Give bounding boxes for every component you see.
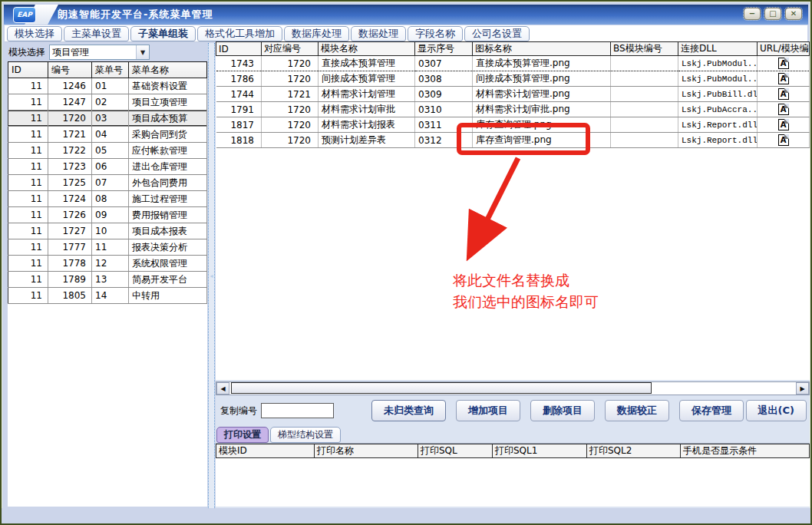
table-cell[interactable]: 间接成本预算管理 [319, 71, 415, 87]
table-cell[interactable]: 1805 [48, 288, 92, 304]
table-cell[interactable] [611, 102, 678, 117]
data-correction-button[interactable]: 数据较正 [605, 400, 669, 421]
table-cell[interactable]: 11 [8, 143, 48, 159]
table-row[interactable]: 11172003项目成本预算 [8, 111, 207, 127]
table-cell[interactable]: A [758, 133, 810, 148]
table-cell[interactable]: 11 [8, 175, 48, 191]
table-cell[interactable]: 项目成本预算 [129, 111, 207, 127]
table-cell[interactable]: 施工过程管理 [129, 191, 207, 207]
table-cell[interactable]: 13 [92, 272, 129, 288]
main-tab-6[interactable]: 字段名称 [408, 26, 463, 41]
save-manage-button[interactable]: 保存管理 [679, 400, 744, 421]
table-cell[interactable]: 02 [92, 94, 129, 111]
table-cell[interactable]: 1246 [48, 78, 92, 94]
scrollbar-track[interactable] [229, 382, 796, 395]
table-cell[interactable]: 11 [8, 223, 48, 239]
table-cell[interactable]: 11 [92, 239, 129, 256]
main-tab-2[interactable]: 子菜单组装 [130, 26, 196, 41]
table-row[interactable]: 11177812系统权限管理 [8, 256, 207, 272]
table-cell[interactable]: A [758, 102, 810, 117]
column-header[interactable]: BS模块编号 [611, 42, 678, 56]
table-cell[interactable] [611, 56, 678, 71]
table-cell[interactable]: 1720 [48, 111, 92, 127]
table-cell[interactable]: Lskj.Report.dll [678, 117, 758, 133]
table-cell[interactable]: 1786 [216, 71, 262, 87]
table-cell[interactable]: 11 [8, 94, 48, 111]
column-header[interactable]: 打印名称 [315, 444, 418, 458]
table-cell[interactable]: 项目立项管理 [129, 94, 207, 111]
table-cell[interactable]: 11 [8, 111, 48, 127]
column-header[interactable]: 打印SQL1 [493, 444, 587, 458]
table-cell[interactable]: 0309 [415, 87, 473, 102]
column-header[interactable]: URL/模块编号 [758, 42, 810, 56]
table-cell[interactable]: 1723 [48, 159, 92, 175]
column-header[interactable]: 对应编号 [262, 42, 319, 56]
table-cell[interactable]: Lskj.PubAccra... [678, 102, 758, 117]
table-cell[interactable]: Lskj.Report.dll [678, 133, 758, 148]
table-row[interactable]: 17441721材料需求计划管理0309材料需求计划管理.pngLskj.Pub… [216, 87, 810, 102]
table-cell[interactable]: 1777 [48, 239, 92, 256]
table-cell[interactable]: 外包合同费用 [129, 175, 207, 191]
table-cell[interactable]: 14 [92, 288, 129, 304]
table-cell[interactable]: 1789 [48, 272, 92, 288]
table-cell[interactable]: 1720 [262, 56, 319, 71]
table-cell[interactable]: A [758, 71, 810, 87]
table-row[interactable]: 11172609费用报销管理 [8, 207, 207, 223]
table-cell[interactable]: 12 [92, 256, 129, 272]
table-cell[interactable]: 库存查询管理.png [473, 133, 611, 148]
table-cell[interactable]: Lskj.PubModul... [678, 56, 758, 71]
table-cell[interactable]: 基础资料设置 [129, 78, 207, 94]
table-cell[interactable]: 1721 [262, 87, 319, 102]
maximize-icon[interactable]: □ [764, 8, 781, 20]
table-row[interactable]: 17861720间接成本预算管理0308间接成本预算管理.pngLskj.Pub… [216, 71, 810, 87]
table-cell[interactable]: 11 [8, 191, 48, 207]
table-cell[interactable] [611, 117, 678, 133]
table-cell[interactable] [611, 71, 678, 87]
table-cell[interactable] [611, 133, 678, 148]
table-row[interactable]: 11124702项目立项管理 [8, 94, 207, 111]
table-cell[interactable]: Lskj.PubBill.dll [678, 87, 758, 102]
table-row[interactable]: 11172306进出仓库管理 [8, 159, 207, 175]
main-tab-1[interactable]: 主菜单设置 [64, 26, 129, 41]
table-cell[interactable] [611, 87, 678, 102]
bottom-tab-1[interactable]: 梯型结构设置 [270, 427, 341, 443]
table-cell[interactable]: 简易开发平台 [129, 272, 207, 288]
table-cell[interactable]: 报表决策分析 [129, 239, 207, 256]
table-cell[interactable]: 11 [8, 159, 48, 175]
column-header[interactable]: 模块ID [216, 444, 315, 458]
table-row[interactable]: 11172507外包合同费用 [8, 175, 207, 191]
column-header[interactable]: 模块名称 [319, 42, 415, 56]
table-cell[interactable]: 1720 [262, 102, 319, 117]
horizontal-scrollbar[interactable]: ◀ ▶ [216, 381, 810, 395]
table-cell[interactable]: A [758, 56, 810, 71]
table-cell[interactable]: 进出仓库管理 [129, 159, 207, 175]
column-header[interactable]: 打印SQL2 [587, 444, 681, 458]
table-cell[interactable]: 03 [92, 111, 129, 127]
table-cell[interactable]: 直接成本预算管理 [319, 56, 415, 71]
scrollbar-thumb[interactable] [231, 382, 652, 394]
chevron-down-icon[interactable]: ▼ [136, 45, 149, 59]
table-cell[interactable]: A [758, 117, 810, 133]
close-icon[interactable]: ✕ [785, 8, 802, 20]
table-cell[interactable]: 01 [92, 78, 129, 94]
column-header[interactable]: 显示序号 [415, 42, 473, 56]
table-cell[interactable]: 费用报销管理 [129, 207, 207, 223]
table-cell[interactable]: 1721 [48, 127, 92, 143]
table-cell[interactable]: 1727 [48, 223, 92, 239]
main-tab-3[interactable]: 格式化工具增加 [197, 26, 282, 41]
column-header[interactable]: ID [8, 62, 48, 78]
table-cell[interactable]: 06 [92, 159, 129, 175]
table-cell[interactable]: 1743 [216, 56, 262, 71]
column-header[interactable]: ID [216, 42, 262, 56]
table-cell[interactable]: 07 [92, 175, 129, 191]
table-row[interactable]: 17911720材料需求计划审批0310材料需求计划审批.pngLskj.Pub… [216, 102, 810, 117]
table-cell[interactable]: 间接成本预算管理.png [473, 71, 611, 87]
table-cell[interactable]: 0310 [415, 102, 473, 117]
table-cell[interactable]: 1720 [262, 133, 319, 148]
column-header[interactable]: 手机是否显示条件 [681, 444, 810, 458]
main-tab-5[interactable]: 数据处理 [351, 26, 406, 41]
table-row[interactable]: 11178913简易开发平台 [8, 272, 207, 288]
table-cell[interactable]: 1247 [48, 94, 92, 111]
table-cell[interactable]: 1778 [48, 256, 92, 272]
table-cell[interactable]: 应付帐款管理 [129, 143, 207, 159]
